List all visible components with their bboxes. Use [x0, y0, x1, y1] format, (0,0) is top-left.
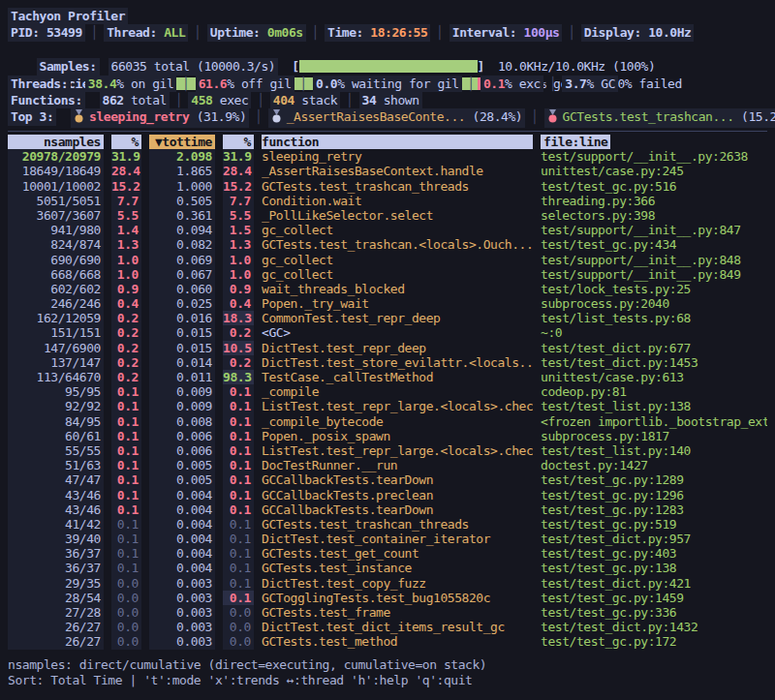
cell-nsamples: 26/27: [8, 634, 104, 649]
header-info-time: Time: 18:26:55: [325, 24, 430, 41]
column-header-cumulative-percent[interactable]: %: [223, 135, 254, 150]
top3-item: GCTests.test_trashcan... (15.2%): [544, 108, 775, 127]
cell-direct-percent: 0.0: [111, 605, 141, 620]
functions-label-seg: Functions:: [8, 92, 85, 108]
cell-file-line: subprocess.py:1817: [541, 429, 767, 443]
cell-file-line: test/test_gc.py:1289: [541, 472, 767, 487]
cell-function: GCTests.test_trashcan_threads: [262, 517, 533, 532]
column-header-file-line[interactable]: file:line: [541, 135, 610, 150]
cell-file-line: ~:0: [541, 325, 767, 340]
cell-file-line: test/test_gc.py:434: [541, 237, 767, 252]
cell-cumulative-percent: 1.5: [223, 223, 254, 237]
cell-nsamples: 147/6900: [8, 341, 104, 355]
cell-cumulative-percent: 0.1: [223, 399, 254, 413]
cell-file-line: test/test_gc.py:516: [541, 179, 767, 194]
cell-function: GCTests.test_frame: [262, 605, 533, 620]
top3-function-name: GCTests.test_trashcan...: [563, 109, 734, 124]
cell-file-line: unittest/case.py:613: [541, 370, 767, 384]
cell-cumulative-percent: 0.0: [223, 605, 254, 620]
cell-cumulative-percent: 5.5: [223, 208, 254, 223]
cell-nsamples: 55/55: [8, 443, 104, 458]
cell-nsamples: 113/64670: [8, 370, 104, 384]
samples-bar-open-bracket: [: [292, 59, 298, 74]
separator: │: [182, 76, 189, 91]
cell-direct-percent: 1.4: [111, 223, 141, 237]
cell-nsamples: 137/147: [8, 355, 104, 370]
cell-nsamples: 246/246: [8, 296, 104, 311]
cell-function: Condition.wait: [262, 194, 533, 208]
cell-nsamples: 36/37: [8, 561, 104, 575]
top3-function-name: _AssertRaisesBaseConte...: [287, 109, 465, 124]
cell-direct-percent: 0.1: [111, 561, 141, 575]
cell-file-line: test/test_gc.py:1459: [541, 591, 767, 605]
cell-function: GCCallbackTests.tearDown: [262, 472, 533, 487]
cell-function: _compile_bytecode: [262, 414, 533, 429]
page-title: Tachyon Profiler: [8, 8, 128, 24]
cell-nsamples: 39/40: [8, 532, 104, 546]
cell-direct-percent: 1.0: [111, 253, 141, 267]
cell-direct-percent: 0.0: [111, 576, 141, 591]
header-info-thread: Thread: ALL: [104, 24, 188, 41]
cell-function: CommonTest.test_repr_deep: [262, 311, 533, 325]
samples-label: Samples:: [40, 59, 97, 74]
cell-nsamples: 690/690: [8, 253, 104, 267]
cell-direct-percent: 0.1: [111, 443, 141, 458]
cell-function: wait_threads_blocked: [262, 282, 533, 296]
cell-direct-percent: 0.1: [111, 458, 141, 472]
cell-cumulative-percent: 0.1: [223, 443, 254, 458]
cell-cumulative-percent: 0.1: [223, 414, 254, 429]
cell-file-line: test/support/__init__.py:849: [541, 267, 767, 282]
cell-cumulative-percent: 0.1: [223, 517, 254, 532]
separator: │: [257, 93, 264, 107]
cell-cumulative-percent: 0.1: [223, 532, 254, 546]
cell-tottime: 0.003: [149, 605, 215, 620]
cell-function: GCTests.test_method: [262, 634, 533, 649]
cell-function: GCCallbackTests.preclean: [262, 488, 533, 502]
cell-cumulative-percent: 28.4: [223, 164, 254, 178]
column-header-nsamples[interactable]: nsamples: [8, 135, 104, 150]
cell-tottime: 0.004: [149, 502, 215, 517]
separator: │: [436, 25, 443, 40]
threads-stat-unit: % exc: [505, 76, 541, 91]
cell-nsamples: 29/35: [8, 576, 104, 591]
column-header-tottime-sorted[interactable]: ▼tottime: [149, 135, 215, 150]
cell-tottime: 0.082: [149, 237, 215, 252]
cell-cumulative-percent: 1.3: [223, 237, 254, 252]
samples-total: 66035 total (10000.3/s): [108, 58, 279, 75]
cell-direct-percent: 0.0: [111, 634, 141, 649]
column-header-direct-percent[interactable]: %: [111, 135, 141, 150]
cell-file-line: test/test_gc.py:1296: [541, 488, 767, 502]
threads-stat: 38.4% on gil: [85, 76, 177, 92]
functions-stat-value: 862: [103, 93, 124, 107]
cell-file-line: selectors.py:398: [541, 208, 767, 223]
cell-nsamples: 92/92: [8, 399, 104, 413]
column-header-function[interactable]: function: [262, 135, 533, 150]
samples-rate-bar: [299, 60, 478, 73]
cell-tottime: 0.067: [149, 267, 215, 282]
cell-tottime: 0.006: [149, 443, 215, 458]
cell-cumulative-percent: 98.3: [223, 370, 254, 384]
threads-stat-unit: % on gil: [116, 76, 173, 91]
cell-direct-percent: 28.4: [111, 164, 141, 178]
cell-cumulative-percent: 0.4: [223, 296, 254, 311]
gold-medal-icon: [74, 109, 84, 127]
cell-file-line: test/lock_tests.py:25: [541, 282, 767, 296]
cell-function: gc_collect: [262, 223, 533, 237]
cell-direct-percent: 0.0: [111, 591, 141, 605]
cell-file-line: test/test_gc.py:172: [541, 634, 767, 649]
cell-cumulative-percent: 1.0: [223, 267, 254, 282]
cell-tottime: 0.004: [149, 546, 215, 561]
info-value: 0m06s: [267, 25, 303, 40]
cell-cumulative-percent: 0.1: [223, 591, 254, 605]
functions-stat-unit: total: [124, 93, 167, 107]
cell-tottime: 0.006: [149, 429, 215, 443]
info-label: Uptime:: [210, 25, 261, 40]
cell-function: DictTest.test_repr_deep: [262, 341, 533, 355]
cell-nsamples: 668/668: [8, 267, 104, 282]
cell-function: ListTest.test_repr_large.<locals>.check: [262, 399, 533, 413]
cell-direct-percent: 0.1: [111, 414, 141, 429]
cell-cumulative-percent: 0.0: [223, 620, 254, 634]
cell-direct-percent: 0.2: [111, 370, 141, 384]
separator: │: [531, 109, 538, 124]
header-info-interval: Interval: 100µs: [450, 24, 563, 41]
